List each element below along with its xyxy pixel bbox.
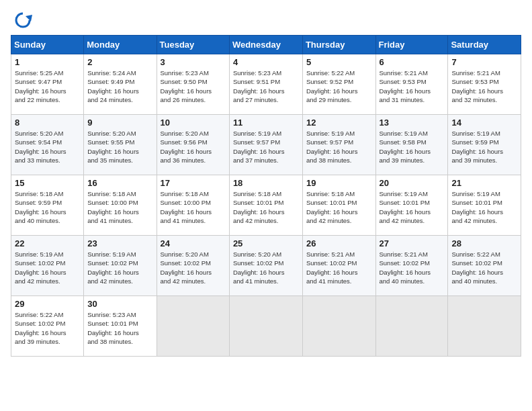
calendar-day: 8Sunrise: 5:20 AM Sunset: 9:54 PM Daylig…	[11, 115, 84, 175]
day-info: Sunrise: 5:18 AM Sunset: 10:00 PM Daylig…	[161, 189, 226, 225]
day-number: 18	[233, 178, 299, 188]
logo-icon	[13, 11, 32, 30]
calendar-day: 9Sunrise: 5:20 AM Sunset: 9:55 PM Daylig…	[84, 115, 157, 175]
day-number: 11	[233, 118, 299, 128]
day-info: Sunrise: 5:22 AM Sunset: 10:02 PM Daylig…	[451, 250, 517, 285]
calendar-day: 1Sunrise: 5:25 AM Sunset: 9:47 PM Daylig…	[11, 54, 84, 115]
day-number: 2	[87, 57, 152, 67]
calendar-day: 23Sunrise: 5:19 AM Sunset: 10:02 PM Dayl…	[84, 236, 157, 296]
day-number: 30	[87, 299, 152, 309]
calendar-day: 18Sunrise: 5:18 AM Sunset: 10:01 PM Dayl…	[229, 175, 302, 236]
day-info: Sunrise: 5:21 AM Sunset: 9:53 PM Dayligh…	[380, 68, 445, 104]
calendar-week-row: 29Sunrise: 5:22 AM Sunset: 10:02 PM Dayl…	[11, 296, 521, 357]
calendar-day: 17Sunrise: 5:18 AM Sunset: 10:00 PM Dayl…	[157, 175, 229, 236]
calendar-day: 21Sunrise: 5:19 AM Sunset: 10:01 PM Dayl…	[448, 175, 521, 236]
page-header	[11, 11, 521, 30]
day-number: 16	[87, 178, 152, 188]
day-number: 4	[233, 57, 299, 67]
day-info: Sunrise: 5:22 AM Sunset: 10:02 PM Daylig…	[15, 310, 80, 346]
day-info: Sunrise: 5:18 AM Sunset: 10:01 PM Daylig…	[306, 189, 372, 225]
day-info: Sunrise: 5:20 AM Sunset: 10:02 PM Daylig…	[161, 250, 226, 285]
day-info: Sunrise: 5:20 AM Sunset: 9:56 PM Dayligh…	[161, 129, 226, 165]
day-number: 19	[306, 178, 372, 188]
day-info: Sunrise: 5:18 AM Sunset: 10:01 PM Daylig…	[233, 189, 299, 225]
calendar-day: 2Sunrise: 5:24 AM Sunset: 9:49 PM Daylig…	[84, 54, 157, 115]
day-number: 20	[380, 178, 445, 188]
day-info: Sunrise: 5:19 AM Sunset: 9:58 PM Dayligh…	[380, 129, 445, 165]
day-of-week-header: Monday	[84, 36, 157, 54]
calendar-table: SundayMondayTuesdayWednesdayThursdayFrid…	[11, 35, 521, 357]
calendar-day: 10Sunrise: 5:20 AM Sunset: 9:56 PM Dayli…	[157, 115, 229, 175]
day-of-week-header: Friday	[375, 36, 448, 54]
calendar-day: 25Sunrise: 5:20 AM Sunset: 10:02 PM Dayl…	[229, 236, 302, 296]
day-number: 22	[15, 238, 80, 248]
calendar-day	[157, 296, 229, 357]
day-info: Sunrise: 5:18 AM Sunset: 9:59 PM Dayligh…	[15, 189, 80, 225]
day-number: 12	[306, 118, 372, 128]
day-number: 14	[451, 118, 517, 128]
day-number: 29	[15, 299, 80, 309]
day-number: 13	[380, 118, 445, 128]
day-number: 25	[233, 238, 299, 248]
day-info: Sunrise: 5:23 AM Sunset: 9:51 PM Dayligh…	[233, 68, 299, 104]
day-info: Sunrise: 5:19 AM Sunset: 9:57 PM Dayligh…	[233, 129, 299, 165]
calendar-day: 19Sunrise: 5:18 AM Sunset: 10:01 PM Dayl…	[302, 175, 375, 236]
calendar-day: 14Sunrise: 5:19 AM Sunset: 9:59 PM Dayli…	[448, 115, 521, 175]
calendar-day	[229, 296, 302, 357]
calendar-day: 12Sunrise: 5:19 AM Sunset: 9:57 PM Dayli…	[302, 115, 375, 175]
calendar-day: 26Sunrise: 5:21 AM Sunset: 10:02 PM Dayl…	[302, 236, 375, 296]
day-number: 1	[15, 57, 80, 67]
calendar-day: 4Sunrise: 5:23 AM Sunset: 9:51 PM Daylig…	[229, 54, 302, 115]
calendar-day: 13Sunrise: 5:19 AM Sunset: 9:58 PM Dayli…	[375, 115, 448, 175]
day-info: Sunrise: 5:22 AM Sunset: 9:52 PM Dayligh…	[306, 68, 372, 104]
calendar-day: 3Sunrise: 5:23 AM Sunset: 9:50 PM Daylig…	[157, 54, 229, 115]
calendar-day	[375, 296, 448, 357]
day-number: 17	[161, 178, 226, 188]
logo	[11, 11, 32, 30]
calendar-day: 6Sunrise: 5:21 AM Sunset: 9:53 PM Daylig…	[375, 54, 448, 115]
day-info: Sunrise: 5:23 AM Sunset: 9:50 PM Dayligh…	[161, 68, 226, 104]
calendar-week-row: 15Sunrise: 5:18 AM Sunset: 9:59 PM Dayli…	[11, 175, 521, 236]
day-number: 5	[306, 57, 372, 67]
day-info: Sunrise: 5:19 AM Sunset: 10:02 PM Daylig…	[87, 250, 152, 285]
day-info: Sunrise: 5:20 AM Sunset: 9:55 PM Dayligh…	[87, 129, 152, 165]
day-info: Sunrise: 5:19 AM Sunset: 10:02 PM Daylig…	[15, 250, 80, 285]
calendar-day	[448, 296, 521, 357]
calendar-week-row: 8Sunrise: 5:20 AM Sunset: 9:54 PM Daylig…	[11, 115, 521, 175]
day-info: Sunrise: 5:20 AM Sunset: 9:54 PM Dayligh…	[15, 129, 80, 165]
day-number: 3	[161, 57, 226, 67]
day-number: 9	[87, 118, 152, 128]
day-info: Sunrise: 5:19 AM Sunset: 9:57 PM Dayligh…	[306, 129, 372, 165]
day-info: Sunrise: 5:19 AM Sunset: 10:01 PM Daylig…	[380, 189, 445, 225]
day-number: 8	[15, 118, 80, 128]
calendar-day: 11Sunrise: 5:19 AM Sunset: 9:57 PM Dayli…	[229, 115, 302, 175]
calendar-day: 29Sunrise: 5:22 AM Sunset: 10:02 PM Dayl…	[11, 296, 84, 357]
calendar-day	[302, 296, 375, 357]
day-info: Sunrise: 5:21 AM Sunset: 10:02 PM Daylig…	[380, 250, 445, 285]
calendar-header-row: SundayMondayTuesdayWednesdayThursdayFrid…	[11, 36, 521, 54]
day-number: 26	[306, 238, 372, 248]
day-info: Sunrise: 5:19 AM Sunset: 10:01 PM Daylig…	[451, 189, 517, 225]
day-info: Sunrise: 5:21 AM Sunset: 10:02 PM Daylig…	[306, 250, 372, 285]
day-info: Sunrise: 5:20 AM Sunset: 10:02 PM Daylig…	[233, 250, 299, 285]
day-number: 7	[451, 57, 517, 67]
day-of-week-header: Thursday	[302, 36, 375, 54]
calendar-day: 24Sunrise: 5:20 AM Sunset: 10:02 PM Dayl…	[157, 236, 229, 296]
day-number: 10	[161, 118, 226, 128]
day-of-week-header: Tuesday	[157, 36, 229, 54]
day-number: 27	[380, 238, 445, 248]
calendar-day: 22Sunrise: 5:19 AM Sunset: 10:02 PM Dayl…	[11, 236, 84, 296]
day-number: 28	[451, 238, 517, 248]
calendar-day: 27Sunrise: 5:21 AM Sunset: 10:02 PM Dayl…	[375, 236, 448, 296]
day-of-week-header: Wednesday	[229, 36, 302, 54]
day-info: Sunrise: 5:24 AM Sunset: 9:49 PM Dayligh…	[87, 68, 152, 104]
calendar-week-row: 1Sunrise: 5:25 AM Sunset: 9:47 PM Daylig…	[11, 54, 521, 115]
calendar-day: 5Sunrise: 5:22 AM Sunset: 9:52 PM Daylig…	[302, 54, 375, 115]
calendar-day: 16Sunrise: 5:18 AM Sunset: 10:00 PM Dayl…	[84, 175, 157, 236]
day-of-week-header: Sunday	[11, 36, 84, 54]
day-number: 6	[380, 57, 445, 67]
day-info: Sunrise: 5:23 AM Sunset: 10:01 PM Daylig…	[87, 310, 152, 346]
day-info: Sunrise: 5:18 AM Sunset: 10:00 PM Daylig…	[87, 189, 152, 225]
day-number: 23	[87, 238, 152, 248]
calendar-day: 20Sunrise: 5:19 AM Sunset: 10:01 PM Dayl…	[375, 175, 448, 236]
